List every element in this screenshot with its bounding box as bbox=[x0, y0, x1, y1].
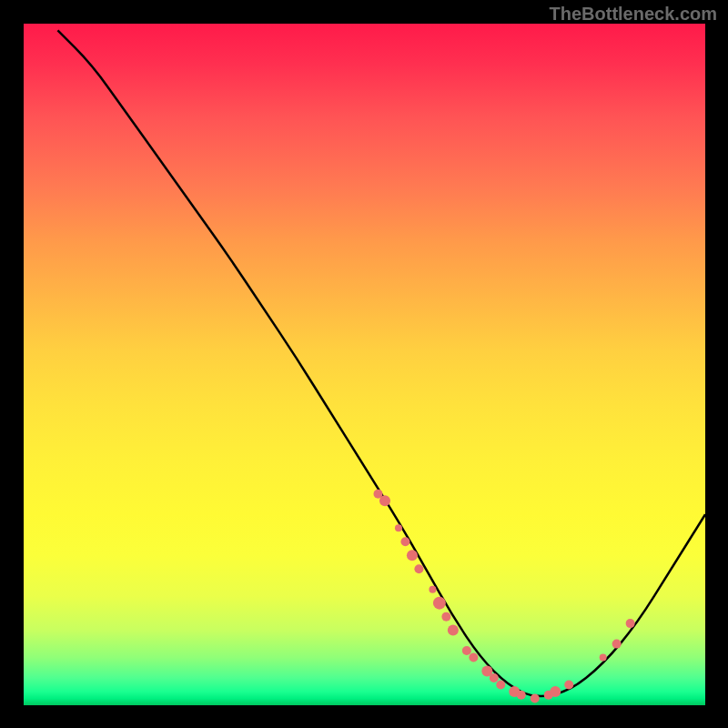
chart-container: TheBottleneck.com bbox=[0, 0, 728, 728]
gradient-background bbox=[24, 24, 705, 705]
watermark-text: TheBottleneck.com bbox=[550, 4, 717, 25]
